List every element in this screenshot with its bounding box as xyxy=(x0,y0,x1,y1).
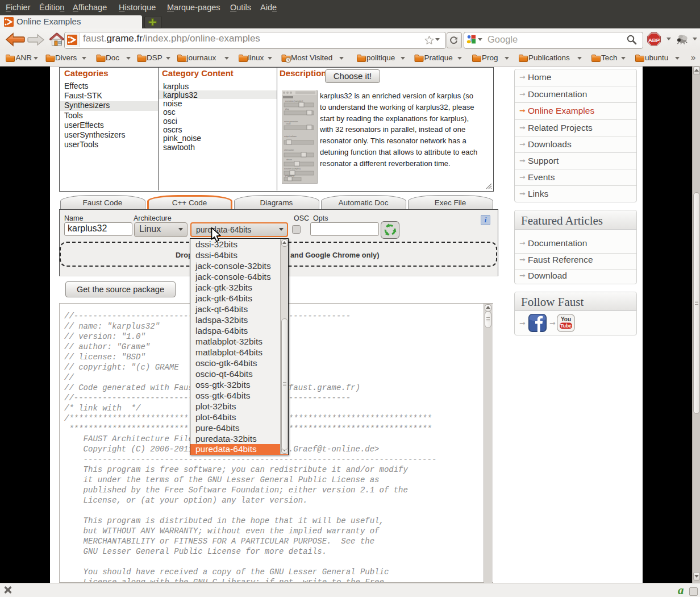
svg-text:attenuation: attenuation xyxy=(284,149,294,151)
svg-text:You: You xyxy=(561,316,571,322)
svg-text:excitation (samples): excitation (samples) xyxy=(285,100,303,102)
svg-text:deture: deture xyxy=(286,159,292,161)
svg-text:polyphony: polyphony xyxy=(285,175,294,177)
svg-text:level: level xyxy=(286,123,290,125)
svg-text:duration (samples): duration (samples) xyxy=(284,168,301,170)
svg-text:play: play xyxy=(285,108,289,110)
svg-text:Tube: Tube xyxy=(560,323,572,329)
svg-text:output volume: output volume xyxy=(284,135,297,138)
